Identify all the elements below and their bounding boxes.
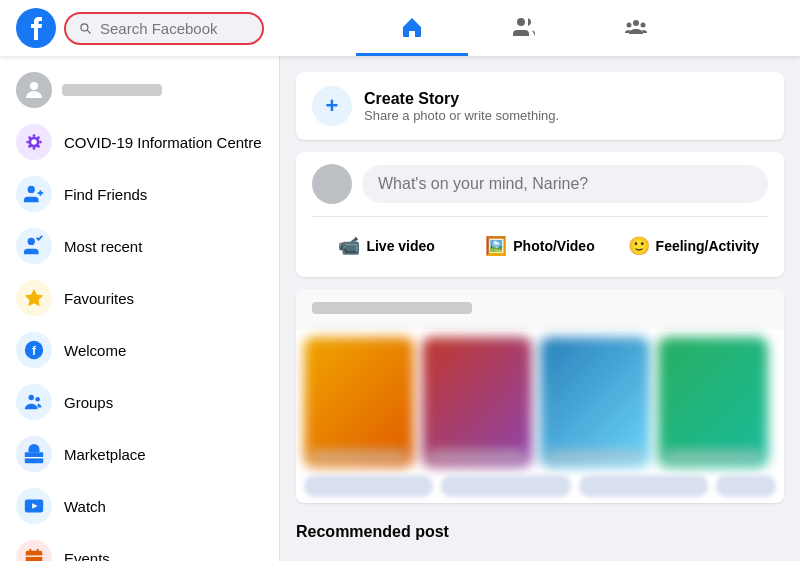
story-item[interactable] bbox=[540, 337, 650, 467]
sidebar-item-recent[interactable]: Most recent bbox=[4, 220, 275, 272]
feeling-activity-action[interactable]: 🙂 Feeling/Activity bbox=[619, 227, 768, 265]
tab-groups[interactable] bbox=[580, 0, 692, 56]
search-icon bbox=[78, 20, 92, 36]
mind-actions: 📹 Live video 🖼️ Photo/Video 🙂 Feeling/Ac… bbox=[312, 216, 768, 265]
live-video-icon: 📹 bbox=[338, 235, 360, 257]
svg-point-8 bbox=[26, 141, 29, 144]
sidebar-item-label: Watch bbox=[64, 498, 106, 515]
sidebar-item-marketplace[interactable]: Marketplace bbox=[4, 428, 275, 480]
create-story-card[interactable]: + Create Story Share a photo or write so… bbox=[296, 72, 784, 140]
sidebar-item-label: Find Friends bbox=[64, 186, 147, 203]
friends-icon bbox=[512, 15, 536, 39]
favourites-icon bbox=[16, 280, 52, 316]
tab-home[interactable] bbox=[356, 0, 468, 56]
svg-point-23 bbox=[35, 397, 40, 402]
photo-video-action[interactable]: 🖼️ Photo/Video bbox=[465, 227, 614, 265]
sidebar-item-label: Marketplace bbox=[64, 446, 146, 463]
svg-point-3 bbox=[641, 22, 646, 27]
photo-video-icon: 🖼️ bbox=[485, 235, 507, 257]
live-video-label: Live video bbox=[366, 238, 434, 254]
live-video-action[interactable]: 📹 Live video bbox=[312, 227, 461, 265]
stories-row bbox=[296, 329, 784, 475]
mind-input[interactable] bbox=[362, 165, 768, 203]
events-icon bbox=[16, 540, 52, 561]
tab-friends[interactable] bbox=[468, 0, 580, 56]
facebook-logo-icon[interactable] bbox=[16, 8, 56, 48]
sidebar-item-events[interactable]: Events bbox=[4, 532, 275, 561]
sidebar-item-friends[interactable]: Find Friends bbox=[4, 168, 275, 220]
story-item[interactable] bbox=[422, 337, 532, 467]
groups-icon bbox=[624, 15, 648, 39]
top-navigation bbox=[0, 0, 800, 56]
home-icon bbox=[400, 15, 424, 39]
svg-point-15 bbox=[28, 186, 35, 193]
story-item[interactable] bbox=[304, 337, 414, 467]
feeling-label: Feeling/Activity bbox=[656, 238, 759, 254]
svg-text:f: f bbox=[32, 344, 36, 358]
watch-icon bbox=[16, 488, 52, 524]
user-avatar bbox=[312, 164, 352, 204]
svg-point-12 bbox=[28, 145, 31, 148]
svg-point-7 bbox=[33, 147, 36, 150]
svg-point-4 bbox=[30, 82, 38, 90]
story-label bbox=[664, 451, 762, 461]
search-box[interactable] bbox=[64, 12, 264, 45]
svg-point-10 bbox=[28, 136, 31, 139]
create-story-title: Create Story bbox=[364, 90, 559, 108]
nav-center bbox=[264, 0, 784, 56]
svg-point-13 bbox=[37, 136, 40, 139]
story-item[interactable] bbox=[658, 337, 768, 467]
svg-point-14 bbox=[31, 139, 37, 145]
mind-top bbox=[312, 164, 768, 204]
search-input[interactable] bbox=[100, 20, 250, 37]
sidebar-item-label: Welcome bbox=[64, 342, 126, 359]
nav-left bbox=[16, 8, 264, 48]
groups-icon bbox=[16, 384, 52, 420]
whats-on-mind-card: 📹 Live video 🖼️ Photo/Video 🙂 Feeling/Ac… bbox=[296, 152, 784, 277]
svg-point-18 bbox=[28, 238, 35, 245]
stories-header bbox=[296, 289, 784, 329]
sidebar-username bbox=[62, 84, 162, 96]
sidebar-item-groups[interactable]: Groups bbox=[4, 376, 275, 428]
sidebar-item-favourites[interactable]: Favourites bbox=[4, 272, 275, 324]
create-story-icon: + bbox=[312, 86, 352, 126]
most-recent-icon bbox=[16, 228, 52, 264]
sidebar-item-watch[interactable]: Watch bbox=[4, 480, 275, 532]
sidebar-item-welcome[interactable]: f Welcome bbox=[4, 324, 275, 376]
svg-point-1 bbox=[633, 20, 639, 26]
recommended-post-header: Recommended post bbox=[296, 515, 784, 545]
feeling-icon: 🙂 bbox=[628, 235, 650, 257]
covid-icon bbox=[16, 124, 52, 160]
find-friends-icon bbox=[16, 176, 52, 212]
welcome-icon: f bbox=[16, 332, 52, 368]
create-story-subtitle: Share a photo or write something. bbox=[364, 108, 559, 123]
marketplace-icon bbox=[16, 436, 52, 472]
sidebar: COVID-19 Information Centre Find Friends… bbox=[0, 56, 280, 561]
stories-section bbox=[296, 289, 784, 503]
sidebar-item-label: Most recent bbox=[64, 238, 142, 255]
sidebar-item-label: Groups bbox=[64, 394, 113, 411]
story-label bbox=[546, 451, 644, 461]
avatar bbox=[16, 72, 52, 108]
sidebar-item-label: COVID-19 Information Centre bbox=[64, 134, 262, 151]
story-label bbox=[428, 451, 526, 461]
main-content: + Create Story Share a photo or write so… bbox=[280, 56, 800, 561]
sidebar-user[interactable] bbox=[4, 64, 275, 116]
svg-point-2 bbox=[627, 22, 632, 27]
main-layout: COVID-19 Information Centre Find Friends… bbox=[0, 56, 800, 561]
svg-point-11 bbox=[37, 145, 40, 148]
create-story-text: Create Story Share a photo or write some… bbox=[364, 90, 559, 123]
svg-marker-19 bbox=[25, 289, 43, 306]
svg-point-22 bbox=[29, 395, 35, 401]
sidebar-item-label: Favourites bbox=[64, 290, 134, 307]
sidebar-item-covid[interactable]: COVID-19 Information Centre bbox=[4, 116, 275, 168]
sidebar-item-label: Events bbox=[64, 550, 110, 562]
svg-point-6 bbox=[33, 134, 36, 137]
photo-video-label: Photo/Video bbox=[513, 238, 594, 254]
svg-point-9 bbox=[39, 141, 42, 144]
story-label bbox=[310, 451, 408, 461]
